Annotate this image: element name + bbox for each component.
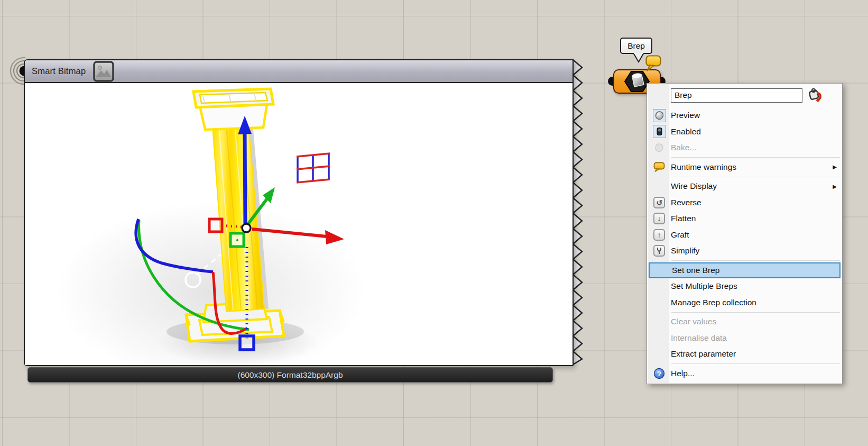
menu-item-help[interactable]: ? Help...	[648, 366, 842, 382]
menu-item-set-multiple-breps[interactable]: Set Multiple Breps	[648, 278, 842, 295]
bitmap-preview-image	[25, 83, 572, 365]
x-axis-arrow	[252, 229, 327, 236]
menu-separator	[671, 363, 840, 364]
bitmap-image-icon	[93, 61, 114, 82]
menu-item-graft[interactable]: ↑ Graft	[648, 227, 842, 243]
menu-separator	[671, 312, 840, 313]
menu-item-simplify[interactable]: Simplify	[648, 243, 842, 259]
panel-jagged-edge	[572, 59, 586, 366]
bitmap-caption: (600x300) Format32bppArgb	[237, 370, 343, 380]
svg-text:?: ?	[657, 369, 661, 377]
submenu-arrow-icon: ▶	[833, 184, 837, 189]
menu-separator	[671, 177, 840, 177]
runtime-warning-balloon[interactable]	[645, 55, 662, 71]
submenu-arrow-icon: ▶	[833, 164, 837, 170]
menu-item-runtime-warnings[interactable]: Runtime warnings ▶	[648, 159, 842, 176]
brep-tooltip-tail	[630, 53, 647, 64]
menu-item-flatten[interactable]: ↓ Flatten	[648, 211, 842, 227]
white-circle-marker	[186, 272, 200, 287]
menu-item-clear-values[interactable]: Clear values	[648, 314, 842, 330]
enabled-icon	[653, 125, 666, 138]
reverse-icon: ↺	[653, 197, 665, 208]
panel-titlebar[interactable]: Smart Bitmap	[25, 60, 572, 83]
panel-title: Smart Bitmap	[32, 66, 86, 76]
smart-bitmap-panel[interactable]: Smart Bitmap	[24, 59, 574, 366]
preview-icon	[653, 109, 666, 122]
brep-tooltip: Brep	[620, 38, 652, 54]
bitmap-preview[interactable]	[25, 83, 572, 365]
parameter-name-input[interactable]	[671, 88, 802, 103]
simplify-icon	[653, 245, 665, 257]
menu-item-extract-parameter[interactable]: Extract parameter	[648, 346, 842, 362]
menu-item-enabled[interactable]: Enabled	[648, 124, 842, 140]
bitmap-caption-bar: (600x300) Format32bppArgb	[27, 367, 553, 383]
blue-handle-square	[240, 336, 254, 350]
menu-item-bake[interactable]: Bake...	[648, 140, 842, 156]
menu-item-set-one-brep[interactable]: Set one Brep	[649, 262, 841, 279]
menu-item-wire-display[interactable]: Wire Display ▶	[648, 178, 842, 195]
menu-separator	[671, 157, 840, 158]
column-capital	[193, 89, 273, 130]
flatten-icon: ↓	[653, 213, 665, 224]
menu-separator	[671, 260, 840, 261]
help-icon: ?	[648, 368, 671, 379]
brep-tooltip-label: Brep	[627, 41, 645, 51]
menu-item-preview[interactable]: Preview	[648, 107, 842, 124]
input-grip[interactable]	[3, 57, 25, 85]
menu-item-manage-brep-collection[interactable]: Manage Brep collection	[648, 295, 842, 311]
warning-balloon-icon	[648, 162, 671, 172]
z-axis-arrow	[245, 133, 245, 225]
menu-item-internalise-data[interactable]: Internalise data	[648, 330, 842, 347]
graft-icon: ↑	[653, 229, 665, 241]
origin-point	[242, 224, 251, 232]
brep-context-menu: Preview Enabled Bake... Runtime warnings…	[647, 83, 843, 384]
menu-item-reverse[interactable]: ↺ Reverse	[648, 195, 842, 211]
plane-grid-square	[297, 153, 330, 183]
paint-rename-icon[interactable]	[807, 87, 823, 104]
bake-icon	[648, 142, 671, 153]
